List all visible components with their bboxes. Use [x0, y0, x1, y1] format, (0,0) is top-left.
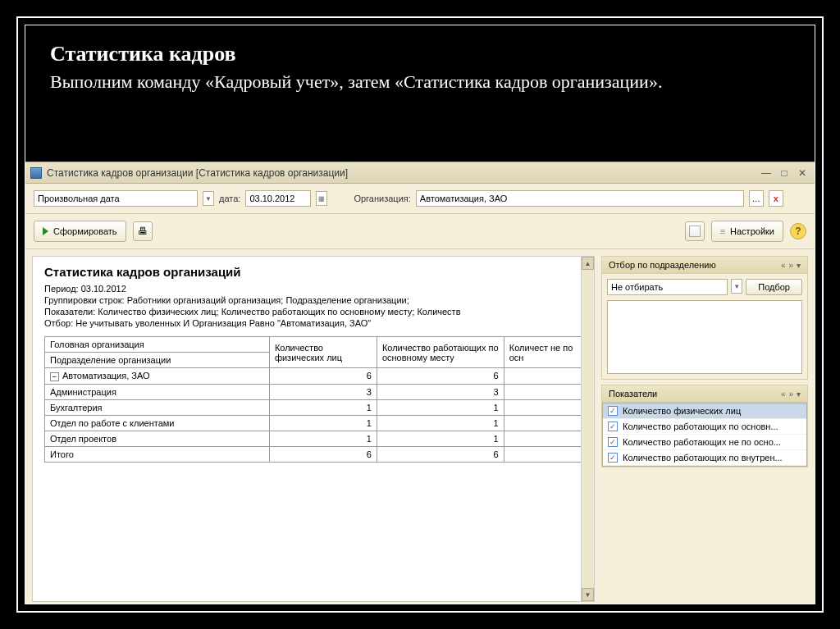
app-icon: [30, 167, 42, 179]
table-row[interactable]: Бухгалтерия 1 1: [45, 399, 582, 415]
indicator-item[interactable]: ✓ Количество работающих не по осно...: [603, 435, 806, 450]
select-button[interactable]: Подбор: [746, 279, 802, 295]
checkbox-checked-icon[interactable]: ✓: [608, 437, 618, 447]
date-picker-icon[interactable]: ▦: [316, 191, 327, 206]
indicators-panel-title: Показатели: [609, 389, 781, 399]
row-name: Бухгалтерия: [45, 399, 270, 415]
th-org: Головная организация: [45, 337, 270, 353]
report-period: Период: 03.10.2012: [44, 284, 582, 294]
period-type-dropdown-icon[interactable]: ▼: [203, 191, 214, 206]
row-name: Отдел проектов: [45, 431, 270, 446]
filter-list[interactable]: [607, 300, 802, 374]
row-v2: 6: [377, 368, 504, 385]
panel-prev-icon[interactable]: «: [781, 390, 786, 399]
checkbox-checked-icon[interactable]: ✓: [608, 406, 618, 416]
row-v3: [504, 384, 582, 399]
row-v1: 3: [269, 384, 377, 399]
grid-icon: [689, 226, 701, 237]
settings-button-label: Настройки: [730, 226, 774, 236]
table-row[interactable]: −Автоматизация, ЗАО 6 6: [45, 368, 582, 385]
report-groupings: Группировки строк: Работники организаций…: [44, 295, 582, 305]
filter-panel-title: Отбор по подразделению: [609, 260, 781, 270]
org-select-button[interactable]: …: [749, 190, 764, 207]
filter-panel: Отбор по подразделению « » ▾ Не отбирать…: [601, 256, 808, 380]
row-v2: 1: [377, 431, 504, 446]
generate-button[interactable]: Сформировать: [34, 221, 126, 242]
total-v3: [504, 446, 582, 462]
indicators-panel: Показатели « » ▾ ✓ Количество физических…: [601, 385, 808, 467]
close-button[interactable]: ✕: [795, 166, 810, 180]
row-v1: 6: [269, 368, 377, 385]
settings-button[interactable]: ≡ Настройки: [711, 221, 783, 242]
collapse-icon[interactable]: −: [50, 372, 59, 381]
row-v2: 3: [377, 384, 504, 399]
org-input[interactable]: [416, 190, 744, 207]
report-area: Статистика кадров организаций Период: 03…: [32, 256, 595, 602]
row-name: Отдел по работе с клиентами: [45, 415, 270, 431]
row-name: Автоматизация, ЗАО: [62, 371, 150, 381]
maximize-button[interactable]: □: [777, 166, 792, 180]
play-icon: [43, 227, 48, 235]
table-row[interactable]: Администрация 3 3: [45, 384, 582, 399]
toolbar: Сформировать 🖶 ≡ Настройки ?: [25, 214, 815, 249]
report-title: Статистика кадров организаций: [44, 265, 582, 279]
th-dept: Подразделение организации: [45, 353, 270, 368]
title-bar: Статистика кадров организации [Статистик…: [25, 162, 815, 184]
row-v3: [504, 399, 582, 415]
panel-next-icon[interactable]: »: [788, 261, 793, 270]
row-v2: 1: [377, 399, 504, 415]
settings-icon: ≡: [720, 226, 725, 236]
checkbox-checked-icon[interactable]: ✓: [608, 422, 618, 431]
scroll-down-icon[interactable]: ▼: [582, 588, 594, 601]
panel-next-icon[interactable]: »: [788, 390, 793, 399]
total-v2: 6: [377, 446, 504, 462]
table-total-row: Итого 6 6: [45, 446, 582, 462]
indicator-label: Количество работающих по основн...: [623, 422, 778, 431]
panel-prev-icon[interactable]: «: [781, 261, 786, 270]
window-title: Статистика кадров организации [Статистик…: [47, 167, 759, 179]
indicator-item[interactable]: ✓ Количество физических лиц: [603, 403, 806, 419]
row-v3: [504, 415, 582, 431]
date-label: дата:: [219, 194, 240, 203]
th-col4: Количест не по осн: [504, 337, 582, 368]
row-v1: 1: [269, 415, 377, 431]
row-v1: 1: [269, 431, 377, 446]
date-input[interactable]: [245, 190, 311, 207]
table-row[interactable]: Отдел проектов 1 1: [45, 431, 582, 446]
panel-menu-icon[interactable]: ▾: [797, 261, 801, 270]
total-v1: 6: [269, 446, 377, 462]
period-type-combo[interactable]: Произвольная дата: [34, 190, 198, 207]
filter-mode-combo[interactable]: Не отбирать: [607, 279, 728, 295]
org-label: Организация:: [354, 194, 410, 203]
org-clear-button[interactable]: x: [769, 190, 783, 207]
panel-menu-icon[interactable]: ▾: [797, 390, 801, 399]
th-col3: Количество работающих по основному месту: [377, 337, 504, 368]
checkbox-checked-icon[interactable]: ✓: [608, 453, 618, 463]
table-row[interactable]: Отдел по работе с клиентами 1 1: [45, 415, 582, 431]
th-col2: Количество физических лиц: [269, 337, 377, 368]
printer-icon: 🖶: [138, 226, 148, 237]
indicator-label: Количество работающих не по осно...: [623, 437, 781, 447]
layout-button[interactable]: [685, 221, 705, 241]
generate-button-label: Сформировать: [53, 226, 117, 236]
filter-mode-dropdown-icon[interactable]: ▼: [731, 279, 742, 294]
app-window: Статистика кадров организации [Статистик…: [25, 162, 815, 604]
report-table: Головная организация Количество физическ…: [44, 336, 582, 463]
row-v3: [504, 368, 582, 385]
vertical-scrollbar[interactable]: ▲ ▼: [581, 257, 594, 601]
print-button[interactable]: 🖶: [133, 221, 153, 241]
scroll-up-icon[interactable]: ▲: [582, 257, 594, 270]
help-button[interactable]: ?: [790, 223, 806, 239]
row-v1: 1: [269, 399, 377, 415]
minimize-button[interactable]: —: [759, 166, 774, 180]
filter-bar: Произвольная дата ▼ дата: ▦ Организация:…: [25, 184, 815, 214]
slide-title: Статистика кадров: [50, 42, 790, 66]
row-name: Администрация: [45, 384, 270, 399]
indicator-item[interactable]: ✓ Количество работающих по основн...: [603, 419, 806, 435]
indicator-label: Количество работающих по внутрен...: [623, 453, 783, 463]
total-label: Итого: [45, 446, 270, 462]
report-filter: Отбор: Не учитывать уволенных И Организа…: [44, 318, 582, 328]
row-v3: [504, 431, 582, 446]
indicator-item[interactable]: ✓ Количество работающих по внутрен...: [603, 450, 806, 466]
report-indicators: Показатели: Количество физических лиц; К…: [44, 307, 582, 317]
